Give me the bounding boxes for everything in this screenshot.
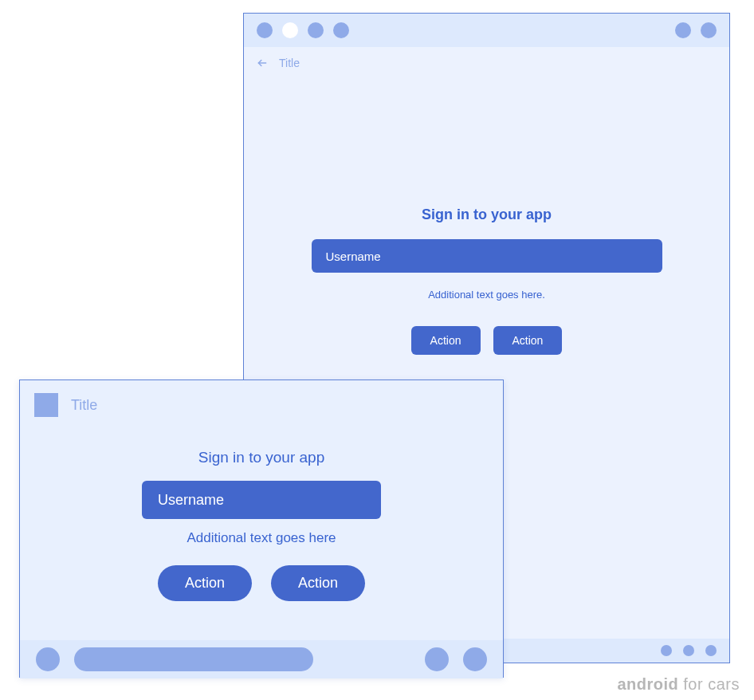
tablet-statusbar (244, 14, 729, 47)
tablet-appbar-title: Title (279, 57, 300, 69)
action-button-1[interactable]: Action (158, 565, 252, 601)
username-placeholder: Username (326, 250, 381, 263)
nav-circle-icon[interactable] (463, 647, 487, 671)
signin-heading: Sign in to your app (198, 449, 324, 466)
watermark: android for cars (617, 675, 740, 694)
nav-dot-icon[interactable] (661, 645, 672, 656)
username-input[interactable]: Username (142, 481, 381, 519)
statusbar-right-dots (675, 22, 717, 38)
phone-navbar (20, 640, 503, 678)
status-dot-icon (257, 22, 273, 38)
tablet-appbar: Title (244, 47, 729, 79)
action-button-2[interactable]: Action (271, 565, 365, 601)
action-button-2[interactable]: Action (493, 326, 563, 355)
nav-circle-icon[interactable] (36, 647, 60, 671)
nav-dot-icon[interactable] (705, 645, 717, 656)
watermark-bold: android (617, 675, 678, 693)
status-dot-icon (308, 22, 324, 38)
action-button-row: Action Action (411, 326, 563, 355)
status-dot-icon (675, 22, 691, 38)
watermark-rest: for cars (678, 675, 740, 693)
nav-dot-icon[interactable] (683, 645, 694, 656)
phone-appbar-title: Title (71, 397, 97, 414)
username-input[interactable]: Username (312, 239, 662, 273)
phone-appbar: Title (20, 380, 503, 430)
phone-signin-content: Sign in to your app Username Additional … (20, 430, 503, 601)
back-arrow-icon[interactable] (257, 57, 268, 69)
status-dot-icon (333, 22, 349, 38)
action-button-1[interactable]: Action (411, 326, 481, 355)
phone-body: Title Sign in to your app Username Addit… (20, 380, 503, 640)
action-button-row: Action Action (158, 565, 365, 601)
phone-wireframe: Title Sign in to your app Username Addit… (19, 379, 504, 678)
app-icon[interactable] (34, 393, 58, 417)
tablet-signin-content: Sign in to your app Username Additional … (244, 206, 729, 355)
additional-text: Additional text goes here. (428, 289, 545, 301)
additional-text: Additional text goes here (187, 530, 336, 546)
nav-circle-icon[interactable] (425, 647, 449, 671)
signin-heading: Sign in to your app (422, 206, 552, 223)
status-dot-icon (701, 22, 717, 38)
nav-pill-icon[interactable] (74, 647, 313, 671)
username-placeholder: Username (158, 492, 224, 509)
statusbar-left-dots (257, 22, 349, 38)
status-dot-active-icon (282, 22, 298, 38)
